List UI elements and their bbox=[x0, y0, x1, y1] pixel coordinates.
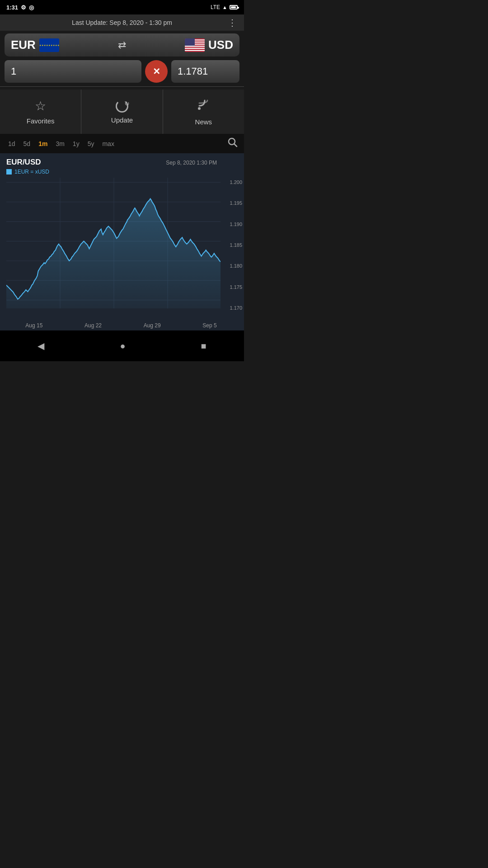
x-label-sep5: Sep 5 bbox=[202, 322, 216, 329]
back-button[interactable]: ◀ bbox=[24, 337, 58, 355]
time-display: 1:31 bbox=[6, 4, 18, 11]
last-update-text: Last Update: Sep 8, 2020 - 1:30 pm bbox=[72, 19, 172, 26]
divider bbox=[0, 86, 244, 87]
action-row: ☆ Favorites ↻ Update News bbox=[0, 90, 244, 134]
bottom-nav: ◀ ● ■ bbox=[0, 330, 244, 361]
chart-container: EUR/USD 1EUR = xUSD Sep 8, 2020 1:30 PM bbox=[0, 153, 244, 321]
amount-row: ✕ 1.1781 bbox=[5, 60, 239, 83]
clear-button[interactable]: ✕ bbox=[145, 60, 168, 83]
x-axis: Aug 15 Aug 22 Aug 29 Sep 5 bbox=[0, 321, 244, 330]
news-label: News bbox=[195, 118, 212, 126]
range-3m[interactable]: 3m bbox=[54, 139, 66, 148]
y-label-6: 1.175 bbox=[222, 284, 242, 290]
gear-icon: ⚙ bbox=[21, 4, 26, 11]
favorites-label: Favorites bbox=[27, 117, 55, 125]
range-1y[interactable]: 1y bbox=[71, 139, 81, 148]
favorites-button[interactable]: ☆ Favorites bbox=[0, 90, 81, 134]
chart-svg bbox=[6, 178, 221, 318]
svg-rect-4 bbox=[185, 46, 205, 47]
update-button[interactable]: ↻ Update bbox=[81, 90, 163, 134]
range-5y[interactable]: 5y bbox=[86, 139, 96, 148]
news-button[interactable]: News bbox=[163, 90, 244, 134]
svg-rect-6 bbox=[185, 50, 205, 51]
legend-color-box bbox=[6, 169, 12, 175]
range-max[interactable]: max bbox=[100, 139, 116, 148]
to-currency-item[interactable]: USD bbox=[185, 38, 233, 52]
y-label-4: 1.185 bbox=[222, 242, 242, 248]
x-label-aug22: Aug 22 bbox=[84, 322, 102, 329]
y-label-7: 1.170 bbox=[222, 305, 242, 311]
refresh-icon: ↻ bbox=[116, 100, 128, 113]
lte-label: LTE bbox=[211, 4, 220, 10]
battery-icon bbox=[230, 5, 238, 9]
legend-text: 1EUR = xUSD bbox=[14, 169, 49, 175]
home-button[interactable]: ● bbox=[106, 337, 139, 355]
y-label-1: 1.200 bbox=[222, 179, 242, 185]
chart-wrapper: 1.200 1.195 1.190 1.185 1.180 1.175 1.17… bbox=[6, 178, 244, 318]
svg-rect-7 bbox=[185, 38, 195, 46]
to-amount-display: 1.1781 bbox=[171, 60, 239, 83]
chart-date: Sep 8, 2020 1:30 PM bbox=[166, 160, 217, 166]
search-button[interactable] bbox=[228, 137, 238, 150]
svg-point-8 bbox=[198, 107, 201, 110]
top-bar: Last Update: Sep 8, 2020 - 1:30 pm ⋮ bbox=[0, 14, 244, 31]
y-label-5: 1.180 bbox=[222, 263, 242, 269]
to-currency-label: USD bbox=[208, 38, 233, 52]
x-label-aug29: Aug 29 bbox=[144, 322, 161, 329]
status-left: 1:31 ⚙ ◎ bbox=[6, 4, 34, 11]
range-5d[interactable]: 5d bbox=[22, 139, 33, 148]
more-menu-button[interactable]: ⋮ bbox=[228, 18, 238, 27]
y-label-2: 1.195 bbox=[222, 200, 242, 206]
from-currency-item[interactable]: EUR bbox=[11, 38, 59, 52]
y-axis: 1.200 1.195 1.190 1.185 1.180 1.175 1.17… bbox=[221, 178, 244, 318]
x-label-aug15: Aug 15 bbox=[25, 322, 42, 329]
star-icon: ☆ bbox=[35, 99, 46, 113]
svg-line-10 bbox=[235, 144, 237, 147]
y-label-3: 1.190 bbox=[222, 222, 242, 227]
circle-icon: ◎ bbox=[29, 4, 34, 11]
clear-icon: ✕ bbox=[153, 66, 160, 77]
status-bar: 1:31 ⚙ ◎ LTE ▲ bbox=[0, 0, 244, 14]
currency-selector[interactable]: EUR ⇄ USD bbox=[5, 33, 239, 57]
range-1m[interactable]: 1m bbox=[37, 139, 49, 148]
status-right: LTE ▲ bbox=[211, 4, 238, 10]
range-1d[interactable]: 1d bbox=[6, 139, 17, 148]
time-range-bar: 1d 5d 1m 3m 1y 5y max bbox=[0, 134, 244, 153]
update-label: Update bbox=[111, 116, 133, 124]
signal-icon: ▲ bbox=[222, 5, 227, 10]
rss-icon bbox=[197, 98, 210, 114]
eu-flag-icon bbox=[39, 38, 59, 52]
recent-button[interactable]: ■ bbox=[187, 337, 220, 355]
us-flag-stripes bbox=[185, 38, 205, 52]
chart-legend: 1EUR = xUSD bbox=[6, 169, 244, 175]
from-currency-label: EUR bbox=[11, 38, 36, 52]
us-flag-icon bbox=[185, 38, 205, 52]
svg-rect-5 bbox=[185, 47, 205, 48]
from-amount-input[interactable] bbox=[5, 60, 141, 83]
exchange-arrows-icon[interactable]: ⇄ bbox=[118, 39, 126, 51]
